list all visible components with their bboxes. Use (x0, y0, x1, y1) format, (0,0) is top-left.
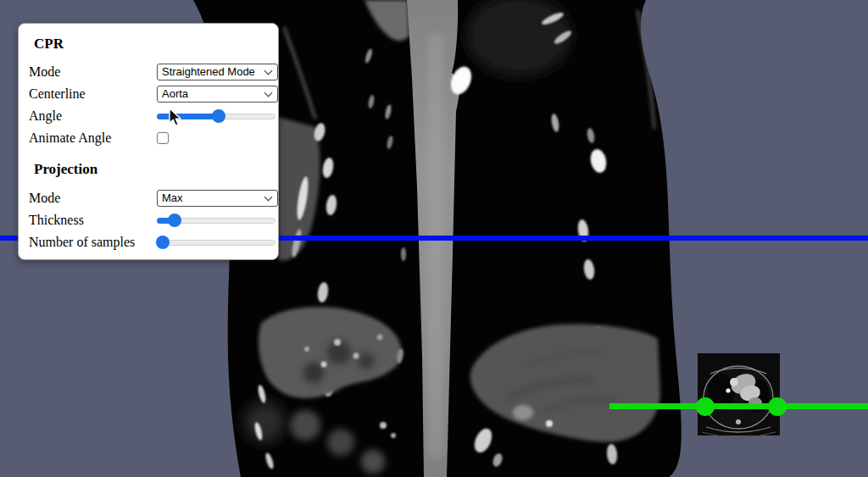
coronal-slice-handle-left[interactable] (696, 397, 715, 416)
slider-thumb[interactable] (168, 214, 181, 227)
cpr-section-heading: CPR (34, 36, 266, 53)
thickness-slider[interactable] (157, 214, 275, 227)
samples-row: Number of samples (29, 231, 266, 253)
angle-row: Angle (29, 105, 266, 127)
chevron-down-icon (264, 67, 273, 75)
angle-label: Angle (29, 108, 157, 124)
animate-angle-label: Animate Angle (29, 130, 157, 146)
animate-angle-checkbox[interactable] (157, 132, 169, 144)
chevron-down-icon (264, 89, 273, 97)
projection-mode-label: Mode (29, 191, 157, 206)
angle-slider[interactable] (157, 109, 275, 123)
cpr-mode-label: Mode (29, 64, 157, 80)
chevron-down-icon (264, 193, 273, 202)
coronal-slice-handle-right[interactable] (768, 397, 787, 416)
slider-track (157, 240, 275, 246)
viewport: CPR Mode Straightened Mode Centerline Ao… (0, 0, 868, 477)
slider-fill (157, 114, 219, 119)
projection-mode-select-value: Max (162, 191, 183, 206)
centerline-label: Centerline (29, 86, 157, 102)
thickness-label: Thickness (29, 213, 157, 228)
animate-angle-row: Animate Angle (29, 127, 266, 149)
centerline-row: Centerline Aorta (29, 83, 266, 105)
cpr-mode-row: Mode Straightened Mode (29, 61, 266, 83)
centerline-select-value: Aorta (162, 86, 188, 102)
samples-slider[interactable] (157, 236, 275, 249)
slider-thumb[interactable] (156, 236, 170, 249)
cpr-mode-select-value: Straightened Mode (162, 64, 255, 80)
samples-label: Number of samples (29, 235, 157, 250)
centerline-select[interactable]: Aorta (157, 86, 278, 103)
thickness-row: Thickness (29, 209, 266, 231)
coronal-slice-line[interactable] (609, 403, 868, 409)
axial-slice-thumbnail[interactable] (698, 353, 780, 438)
slider-thumb[interactable] (212, 109, 225, 123)
projection-mode-row: Mode Max (29, 187, 266, 209)
projection-mode-select[interactable]: Max (157, 190, 278, 207)
control-panel: CPR Mode Straightened Mode Centerline Ao… (18, 23, 279, 260)
projection-section-heading: Projection (34, 161, 266, 178)
cpr-mode-select[interactable]: Straightened Mode (157, 64, 278, 80)
